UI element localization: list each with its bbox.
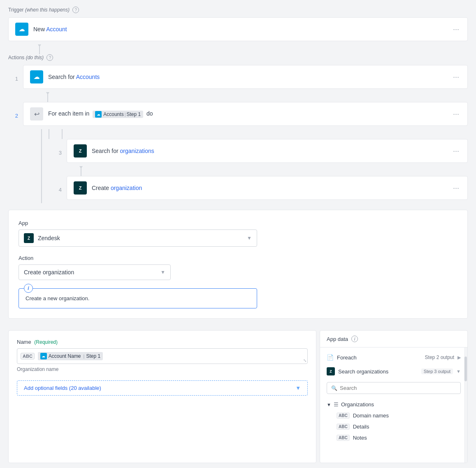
info-box-text: Create a new organization. — [26, 295, 250, 301]
action-label: Action — [19, 255, 457, 261]
app-data-title: App data — [327, 336, 348, 342]
foreach-step: Step 2 output — [425, 354, 454, 360]
chip-label: Account Name — [49, 353, 81, 359]
org-abc-2: ABC — [337, 435, 350, 441]
helper-text: Organization name — [17, 366, 308, 372]
app-data-header: App data i — [320, 331, 467, 348]
organizations-header[interactable]: ▼ ☰ Organizations — [327, 399, 461, 410]
org-abc-1: ABC — [337, 424, 350, 430]
step-1-app-icon: ☁ — [30, 70, 43, 83]
app-select[interactable]: Z Zendesk ▼ — [19, 229, 257, 247]
actions-help-icon[interactable]: ? — [46, 54, 53, 61]
badge-step: Step 1 — [126, 111, 141, 117]
step-3-content: Z Search for organizations ··· — [67, 139, 468, 166]
action-chevron: ▼ — [160, 269, 165, 275]
abc-badge: ABC — [21, 353, 35, 359]
org-abc-0: ABC — [337, 412, 350, 419]
step-1-card: ☁ Search for Accounts ··· — [23, 65, 468, 89]
step-3-card: Z Search for organizations ··· — [67, 139, 468, 163]
search-orgs-chevron[interactable]: ▼ — [456, 369, 461, 374]
name-label-text: Name — [17, 339, 31, 345]
step-2-more-button[interactable]: ··· — [451, 110, 461, 118]
file-icon: 📄 — [327, 354, 334, 361]
foreach-label: Foreach — [337, 354, 422, 361]
app-data-info-icon[interactable]: i — [351, 336, 358, 342]
nested-arrow-left — [49, 129, 49, 139]
trigger-event-highlight: Account — [46, 26, 67, 32]
connector-1 — [8, 44, 468, 54]
connector-3-4 — [52, 166, 468, 176]
trigger-more-button[interactable]: ··· — [451, 25, 461, 34]
org-item-label-0: Domain names — [353, 412, 389, 419]
org-item-1[interactable]: ABC Details — [327, 421, 461, 432]
action-select-text: Create organization — [24, 269, 160, 276]
step-4-prefix: Create — [92, 185, 111, 191]
right-panel: App data i 📄 Foreach Step 2 output ▶ — [320, 330, 468, 463]
badge-sf-icon: ☁ — [95, 111, 102, 118]
org-item-label-2: Notes — [353, 435, 367, 441]
step-1-more-button[interactable]: ··· — [451, 73, 461, 81]
optional-fields-button[interactable]: Add optional fields (20 available) ▼ — [17, 380, 308, 396]
trigger-label: Trigger (when this happens) ? — [8, 7, 468, 13]
step-4-more-button[interactable]: ··· — [451, 184, 461, 192]
resize-handle[interactable]: ⤡ — [303, 358, 306, 363]
step-3-prefix: Search for — [92, 148, 120, 154]
step-4-number: 4 — [52, 187, 62, 193]
optional-fields-label: Add optional fields (20 available) — [24, 385, 101, 391]
badge-text: Accounts — [103, 111, 123, 117]
app-form-group: App Z Zendesk ▼ — [19, 220, 457, 247]
app-select-text: Zendesk — [38, 235, 247, 241]
search-input-box[interactable]: 🔍 — [327, 382, 461, 394]
search-input[interactable] — [340, 385, 456, 391]
search-orgs-label: Search organizations — [338, 368, 418, 375]
orgs-chevron-icon: ▼ — [327, 402, 331, 407]
connector-2 — [8, 92, 468, 102]
info-box: i Create a new organization. — [19, 288, 257, 308]
chip-step: Step 1 — [86, 353, 100, 359]
scrollbar-thumb[interactable] — [464, 357, 467, 381]
name-form-group: Name (Required) ABC ☁ Account Name | Ste… — [17, 339, 308, 372]
action-form-group: Action Create organization ▼ — [19, 255, 457, 280]
foreach-item[interactable]: 📄 Foreach Step 2 output ▶ — [320, 351, 467, 364]
step-2-text: For each item in ☁ Accounts | Step 1 do — [48, 110, 451, 118]
org-item-0[interactable]: ABC Domain names — [327, 410, 461, 421]
search-orgs-zd-icon: Z — [327, 367, 335, 375]
scrollbar[interactable] — [464, 348, 467, 463]
step-3-container: 3 Z Search for organizations ··· — [42, 139, 468, 203]
step-1-prefix: Search for — [48, 74, 76, 80]
name-input[interactable]: ABC ☁ Account Name | Step 1 ⤡ — [17, 348, 308, 364]
app-data-scroll[interactable]: 📄 Foreach Step 2 output ▶ Z Search organ… — [320, 348, 467, 463]
step-1-content: ☁ Search for Accounts ··· — [23, 65, 468, 92]
action-select[interactable]: Create organization ▼ — [19, 264, 171, 280]
salesforce-app-icon: ☁ — [15, 23, 28, 36]
step-4-highlight: organization — [111, 185, 142, 191]
step-2-content: ↩ For each item in ☁ Accounts | Step 1 d… — [23, 102, 468, 129]
step-3-text: Search for organizations — [92, 148, 451, 154]
nested-arrow-right — [62, 129, 63, 139]
step-1-highlight: Accounts — [76, 74, 100, 80]
search-orgs-item[interactable]: Z Search organizations Step 3 output ▼ — [320, 364, 467, 379]
actions-text: Actions — [8, 55, 24, 60]
arrow-line-2 — [47, 92, 48, 102]
required-badge: (Required) — [34, 339, 58, 345]
list-icon: ☰ — [334, 401, 339, 408]
step-4-text: Create organization — [92, 185, 451, 191]
trigger-event-prefix: New — [33, 26, 46, 32]
organizations-section: ▼ ☰ Organizations ABC Domain names ABC D… — [320, 397, 467, 445]
step-4-wrapper: 4 Z Create organization ··· — [52, 176, 468, 203]
step-3-more-button[interactable]: ··· — [451, 147, 461, 155]
nested-section: 3 Z Search for organizations ··· — [41, 129, 468, 203]
arrow-line-1 — [39, 44, 40, 54]
org-item-2[interactable]: ABC Notes — [327, 432, 461, 443]
app-select-chevron: ▼ — [247, 235, 252, 241]
step-4-app-icon: Z — [74, 181, 87, 195]
left-panel: Name (Required) ABC ☁ Account Name | Ste… — [8, 330, 316, 463]
step-3-number: 3 — [52, 150, 62, 156]
orgs-label: Organizations — [341, 401, 374, 408]
trigger-sublabel: (when this happens) — [25, 7, 70, 13]
trigger-card: ☁ New Account ··· — [8, 17, 468, 41]
trigger-help-icon[interactable]: ? — [72, 7, 79, 13]
step-2-suffix: do — [146, 110, 153, 117]
step-2-badge: ☁ Accounts | Step 1 — [93, 111, 143, 118]
name-field-label: Name (Required) — [17, 339, 308, 345]
